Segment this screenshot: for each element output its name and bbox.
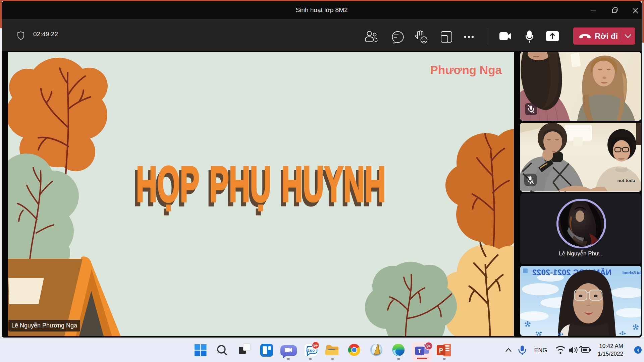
svg-text:9+: 9+ (426, 344, 431, 349)
svg-text:5+: 5+ (313, 343, 318, 348)
svg-text:Lê Nguyễn Phư...: Lê Nguyễn Phư... (559, 250, 603, 257)
svg-text:10:42 AM: 10:42 AM (599, 343, 623, 349)
svg-text:P: P (439, 347, 443, 354)
svg-text:1/15/2022: 1/15/2022 (598, 351, 623, 357)
svg-text:4: 4 (637, 348, 639, 353)
svg-text:ENG: ENG (534, 347, 547, 354)
svg-text:T: T (418, 348, 422, 354)
svg-text:Mai School: Mai School (623, 270, 641, 275)
svg-text:not toda: not toda (617, 178, 635, 183)
svg-text:Zalo: Zalo (307, 348, 315, 352)
